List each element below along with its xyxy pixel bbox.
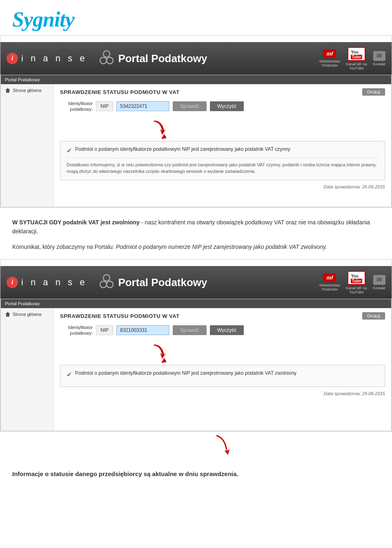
svg-point-6 — [107, 281, 113, 288]
footer-text: Informacje o statusie danego przedsiębio… — [12, 470, 238, 477]
arrow-svg-2 — [142, 342, 166, 363]
page-title-bar-2: SPRAWDZENIE STATUSU PODMIOTU W VAT Druku… — [60, 312, 385, 320]
portal-header-2: i i n a n s e Portal Podatkowy mf Minist… — [0, 266, 392, 299]
check-icon-1: ✔ — [67, 147, 72, 154]
envelope-icon-2: ✉ — [373, 275, 385, 285]
nip-type-label-2: NIP — [96, 325, 113, 335]
print-button-2[interactable]: Drukuj — [362, 312, 385, 320]
sidebar-home-2[interactable]: Strona główna — [1, 308, 53, 320]
date-text-2: Data sprawdzenia: 29-06-2015 — [60, 391, 385, 396]
sprawdz-button-1[interactable]: Sprawdź — [173, 101, 207, 111]
desc-bold-1: W SYTUACJI GDY podatnik VAT jest zwolnio… — [12, 219, 140, 226]
mf-label-1: MinisterstwoFinansów — [319, 59, 340, 67]
home-icon-2 — [5, 311, 11, 317]
svg-marker-7 — [161, 358, 166, 363]
portal-name-section-1: Portal Podatkowy — [99, 50, 319, 67]
result-text-2: Podmiot o podanym identyfikatorze podatk… — [75, 370, 296, 376]
desc-italic: Podmiot o podanym numerze NIP jest zarej… — [116, 244, 327, 250]
form-row-2: Identyfikator podatkowy: NIP Sprawdź Wyc… — [60, 324, 385, 336]
envelope-icon-1: ✉ — [373, 51, 385, 61]
layout-row-1: Strona główna SPRAWDZENIE STATUSU PODMIO… — [1, 84, 391, 207]
main-content-1: SPRAWDZENIE STATUSU PODMIOTU W VAT Druku… — [54, 84, 391, 207]
inanse-text-1: i n a n s e — [21, 53, 87, 64]
arrow-svg-1 — [142, 119, 166, 139]
svg-point-0 — [103, 51, 110, 57]
portal-name-section-2: Portal Podatkowy — [99, 274, 319, 291]
mf-label-2: MinisterstwoFinansów — [319, 283, 340, 291]
layout-row-2: Strona główna SPRAWDZENIE STATUSU PODMIO… — [1, 308, 391, 431]
wyczysc-button-2[interactable]: Wyczyść — [210, 325, 244, 335]
svg-marker-8 — [225, 450, 229, 455]
desc-sub: Komunikat, który zobaczymy na Portalu: P… — [12, 242, 380, 251]
kontakt-label-1: Kontakt — [373, 62, 385, 66]
portal-title-1: Portal Podatkowy — [118, 52, 207, 65]
mf-logo-1: mf MinisterstwoFinansów — [319, 49, 340, 67]
print-button-1[interactable]: Drukuj — [362, 88, 385, 96]
portal-title-2: Portal Podatkowy — [118, 276, 207, 289]
sidebar-home-label-1: Strona główna — [13, 88, 41, 93]
youtube-label-1: Kanał MF naYouTube — [346, 62, 367, 70]
screenshot-2: i i n a n s e Portal Podatkowy mf Minist… — [0, 259, 392, 432]
inanse-icon-2: i — [7, 277, 18, 288]
svg-point-2 — [107, 57, 113, 64]
sidebar-1: Strona główna — [1, 84, 54, 207]
sidebar-home-label-2: Strona główna — [13, 312, 41, 317]
sygnity-logo-section: Sygnity — [0, 0, 392, 36]
sygnity-logo-text: Sygnity — [12, 8, 74, 31]
nip-type-label-1: NIP — [96, 101, 113, 111]
result-positive-2: ✔ Podmiot o podanym identyfikatorze poda… — [67, 370, 379, 378]
youtube-label-2: Kanał MF naYouTube — [346, 286, 367, 294]
result-box-1: ✔ Podmiot o podanym identyfikatorze poda… — [60, 141, 385, 180]
inanse-logo-2: i i n a n s e — [7, 277, 87, 288]
description-section: W SYTUACJI GDY podatnik VAT jest zwolnio… — [0, 208, 392, 259]
breadcrumb-bar-2: Portal Podatkowy — [1, 299, 391, 308]
result-text-1: Podmiot o podanym identyfikatorze podatk… — [75, 146, 290, 152]
sidebar-home-1[interactable]: Strona główna — [1, 84, 53, 96]
form-row-1: Identyfikator podatkowy: NIP Sprawdź Wyc… — [60, 101, 385, 112]
mf-logo-2: mf MinisterstwoFinansów — [319, 273, 340, 291]
desc-main: W SYTUACJI GDY podatnik VAT jest zwolnio… — [12, 218, 380, 236]
nip-input-1[interactable] — [116, 101, 169, 111]
inanse-text-2: i n a n s e — [21, 277, 87, 288]
kontakt-box-2: ✉ Kontakt — [373, 275, 385, 290]
page-title-1: SPRAWDZENIE STATUSU PODMIOTU W VAT — [60, 89, 180, 95]
form-label-2: Identyfikator podatkowy: — [60, 324, 93, 336]
kontakt-label-2: Kontakt — [373, 286, 385, 290]
wyczysc-button-1[interactable]: Wyczyść — [210, 101, 244, 111]
page-title-2: SPRAWDZENIE STATUSU PODMIOTU W VAT — [60, 313, 180, 319]
result-info-1: Dodatkowo informujemy, iż w celu potwier… — [67, 158, 379, 175]
portal-brand-icon-1 — [99, 50, 114, 67]
date-text-1: Data sprawdzenia: 26-06-2015 — [60, 184, 385, 189]
svg-marker-3 — [161, 134, 166, 139]
nip-input-2[interactable] — [116, 325, 169, 335]
portal-right-2: mf MinisterstwoFinansów You Tube Kanał M… — [319, 271, 385, 294]
youtube-badge-1: You Tube Kanał MF naYouTube — [346, 47, 367, 70]
sidebar-2: Strona główna — [1, 308, 54, 431]
portal-header-1: i i n a n s e Portal Podatkowy mf Minist… — [0, 42, 392, 75]
youtube-badge-2: You Tube Kanał MF naYouTube — [346, 271, 367, 294]
svg-point-5 — [100, 281, 107, 288]
inanse-icon-1: i — [7, 53, 18, 64]
portal-right-1: mf MinisterstwoFinansów You Tube Kanał M… — [319, 47, 385, 70]
home-icon-1 — [5, 87, 11, 93]
footer-section: Informacje o statusie danego przedsiębio… — [0, 462, 392, 485]
bottom-arrow-svg — [200, 434, 233, 458]
content-area-2: Portal Podatkowy Strona główna SPRAWDZEN… — [0, 299, 392, 431]
breadcrumb-bar-1: Portal Podatkowy — [1, 75, 391, 84]
svg-point-1 — [100, 57, 107, 64]
portal-brand-icon-2 — [99, 274, 114, 291]
page-title-bar-1: SPRAWDZENIE STATUSU PODMIOTU W VAT Druku… — [60, 88, 385, 96]
check-icon-2: ✔ — [67, 371, 72, 378]
breadcrumb-text-2: Portal Podatkowy — [5, 301, 40, 306]
content-area-1: Portal Podatkowy Strona główna SPRAWDZEN… — [0, 75, 392, 207]
svg-point-4 — [103, 275, 110, 281]
screenshot-1: i i n a n s e Portal Podatkowy mf Minist… — [0, 36, 392, 208]
sprawdz-button-2[interactable]: Sprawdź — [173, 325, 207, 335]
main-content-2: SPRAWDZENIE STATUSU PODMIOTU W VAT Druku… — [54, 308, 391, 431]
kontakt-box-1: ✉ Kontakt — [373, 51, 385, 66]
form-label-1: Identyfikator podatkowy: — [60, 101, 93, 112]
desc-line2: Komunikat, który zobaczymy na Portalu: — [12, 244, 116, 250]
inanse-logo-1: i i n a n s e — [7, 53, 87, 64]
breadcrumb-text-1: Portal Podatkowy — [5, 77, 40, 82]
result-box-2: ✔ Podmiot o podanym identyfikatorze poda… — [60, 365, 385, 387]
